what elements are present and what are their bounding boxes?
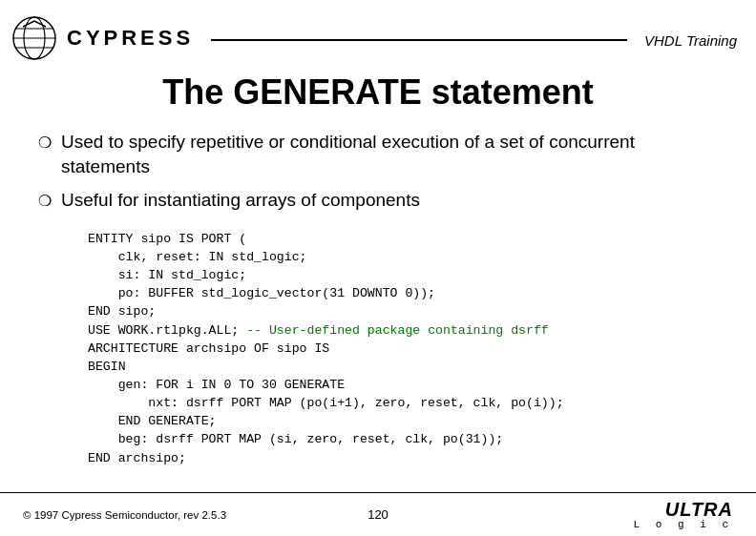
code-line-10: nxt: dsrff PORT MAP (po(i+1), zero, rese…	[88, 394, 718, 412]
cypress-logo-icon	[10, 13, 59, 63]
bullet-item-1: ❍ Used to specify repetitive or conditio…	[38, 130, 718, 178]
code-line-11: END GENERATE;	[88, 412, 718, 430]
header-divider	[211, 39, 627, 41]
code-comment-1: -- User-defined package containing dsrff	[246, 323, 549, 338]
code-line-13: END archsipo;	[88, 449, 718, 467]
logo-area: CYPRESS	[10, 13, 194, 63]
code-line-6: USE WORK.rtlpkg.ALL; -- User-defined pac…	[88, 321, 718, 340]
slide-title: The GENERATE statement	[38, 72, 718, 113]
code-line-1: ENTITY sipo IS PORT (	[88, 230, 718, 248]
code-line-8: BEGIN	[88, 358, 718, 376]
logo-text: CYPRESS	[67, 26, 194, 51]
bullet-text-2: Useful for instantiating arrays of compo…	[61, 188, 420, 213]
bullet-icon-2: ❍	[38, 191, 52, 212]
code-line-4: po: BUFFER std_logic_vector(31 DOWNTO 0)…	[88, 284, 718, 302]
footer-copyright: © 1997 Cypress Semiconductor, rev 2.5.3	[23, 509, 226, 521]
code-line-3: si: IN std_logic;	[88, 266, 718, 284]
code-block: ENTITY sipo IS PORT ( clk, reset: IN std…	[38, 230, 718, 467]
bullet-list: ❍ Used to specify repetitive or conditio…	[38, 130, 718, 213]
code-line-2: clk, reset: IN std_logic;	[88, 248, 718, 266]
footer-page-number: 120	[368, 507, 388, 522]
ultra-logo-sub: L o g i c	[634, 519, 733, 530]
bullet-item-2: ❍ Useful for instantiating arrays of com…	[38, 188, 718, 213]
header: CYPRESS VHDL Training	[0, 0, 756, 69]
main-content: The GENERATE statement ❍ Used to specify…	[0, 72, 756, 467]
code-line-9: gen: FOR i IN 0 TO 30 GENERATE	[88, 376, 718, 394]
header-title: VHDL Training	[644, 32, 737, 49]
ultra-logo-text: ULTRA	[665, 500, 733, 519]
code-line-5: END sipo;	[88, 302, 718, 320]
code-line-7: ARCHITECTURE archsipo OF sipo IS	[88, 340, 718, 358]
footer-ultra-logo: ULTRA L o g i c	[634, 500, 733, 530]
slide: CYPRESS VHDL Training The GENERATE state…	[0, 0, 756, 536]
bullet-icon-1: ❍	[38, 133, 52, 154]
bullet-text-1: Used to specify repetitive or conditiona…	[61, 130, 718, 178]
code-line-12: beg: dsrff PORT MAP (si, zero, reset, cl…	[88, 430, 718, 448]
footer: © 1997 Cypress Semiconductor, rev 2.5.3 …	[0, 492, 756, 536]
